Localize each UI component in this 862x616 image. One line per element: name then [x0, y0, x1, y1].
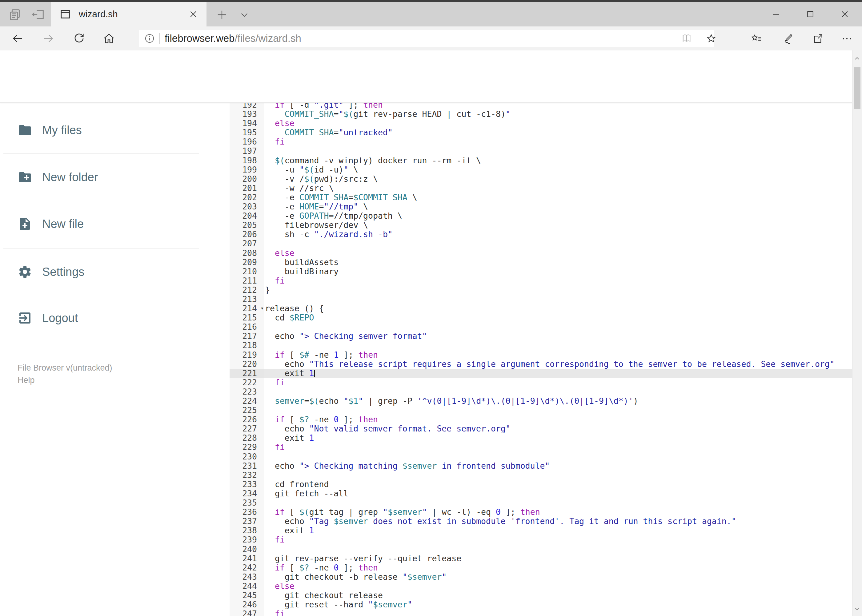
- home-button[interactable]: [102, 32, 115, 45]
- code-line[interactable]: 204 -e GOPATH=//tmp/gopath \: [230, 211, 852, 220]
- code-editor[interactable]: 192 if [ -d ".git" ]; then193 COMMIT_SHA…: [230, 103, 852, 616]
- code-line[interactable]: 211 fi: [230, 276, 852, 285]
- code-line[interactable]: 206 sh -c "./wizard.sh -b": [230, 230, 852, 239]
- code-line[interactable]: 215 cd $REPO: [230, 313, 852, 322]
- code-line[interactable]: 233 cd frontend: [230, 480, 852, 489]
- code-line[interactable]: 240: [230, 545, 852, 554]
- code-line[interactable]: 196 fi: [230, 137, 852, 146]
- code-line[interactable]: 207: [230, 239, 852, 248]
- tabs-preview-icon[interactable]: [8, 7, 22, 22]
- code-line[interactable]: 193 COMMIT_SHA="$(git rev-parse HEAD | c…: [230, 110, 852, 119]
- code-line[interactable]: 221 exit 1: [230, 369, 852, 378]
- scroll-up-button[interactable]: [853, 55, 861, 62]
- code-line[interactable]: 197: [230, 146, 852, 156]
- code-line[interactable]: 237 echo "Tag $semver does not exist in …: [230, 517, 852, 526]
- back-button[interactable]: [11, 32, 24, 45]
- code-line[interactable]: 226 if [ $? -ne 0 ]; then: [230, 415, 852, 424]
- sidebar-item-label: New file: [42, 217, 84, 231]
- line-number: 221: [230, 369, 264, 378]
- code-line[interactable]: 217 echo "> Checking semver format": [230, 332, 852, 341]
- tab-close-icon[interactable]: [188, 9, 199, 19]
- code-line[interactable]: 235: [230, 498, 852, 508]
- code-line[interactable]: 236 if [ $(git tag | grep "$semver" | wc…: [230, 508, 852, 517]
- code-line[interactable]: 199 -u "$(id -u)" \: [230, 165, 852, 174]
- code-line[interactable]: 209 buildAssets: [230, 258, 852, 267]
- sidebar-item-settings[interactable]: Settings: [0, 258, 203, 286]
- line-number: 235: [230, 498, 264, 508]
- code-line[interactable]: 225: [230, 405, 852, 415]
- tab-list-chevron-icon[interactable]: [239, 10, 250, 20]
- line-number: 196: [230, 137, 264, 146]
- code-line[interactable]: 210 buildBinary: [230, 267, 852, 276]
- code-line[interactable]: 241 git rev-parse --verify --quiet relea…: [230, 554, 852, 563]
- code-line[interactable]: 201 -w //src \: [230, 184, 852, 193]
- gear-icon: [17, 264, 32, 279]
- code-line[interactable]: 214▾release () {: [230, 304, 852, 313]
- web-notes-pen-icon[interactable]: [781, 33, 792, 44]
- code-line[interactable]: 243 git checkout -b release "$semver": [230, 572, 852, 581]
- site-info-icon[interactable]: [144, 33, 155, 44]
- sidebar-item-logout[interactable]: Logout: [0, 304, 203, 332]
- sidebar-item-my-files[interactable]: My files: [0, 116, 203, 144]
- code-line[interactable]: 202 -e COMMIT_SHA=$COMMIT_SHA \: [230, 193, 852, 202]
- help-link[interactable]: Help: [17, 376, 35, 385]
- code-line[interactable]: 227 echo "Not valid semver format. See s…: [230, 424, 852, 433]
- code-line[interactable]: 242 if [ $? -ne 0 ]; then: [230, 563, 852, 572]
- vertical-scrollbar[interactable]: [852, 50, 862, 616]
- code-line[interactable]: 200 -v /$(pwd):/src:z \: [230, 174, 852, 184]
- code-line[interactable]: 203 -e HOME="//tmp" \: [230, 202, 852, 211]
- browser-tab[interactable]: wizard.sh: [51, 2, 206, 27]
- code-line[interactable]: 192 if [ -d ".git" ]; then: [230, 103, 852, 110]
- minimize-button[interactable]: [765, 4, 787, 24]
- code-line[interactable]: 194 else: [230, 119, 852, 128]
- code-line[interactable]: 229 fi: [230, 443, 852, 452]
- code-line[interactable]: 195 COMMIT_SHA="untracked": [230, 128, 852, 137]
- new-tab-button[interactable]: [216, 9, 228, 21]
- code-line[interactable]: 244 else: [230, 581, 852, 591]
- code-line[interactable]: 216: [230, 322, 852, 332]
- line-number: 213: [230, 295, 264, 304]
- forward-button[interactable]: [42, 32, 55, 45]
- code-line[interactable]: 231 echo "> Checking matching $semver in…: [230, 461, 852, 470]
- code-line[interactable]: 213: [230, 295, 852, 304]
- code-line[interactable]: 238 exit 1: [230, 526, 852, 535]
- code-line[interactable]: 198 $(command -v winpty) docker run --rm…: [230, 156, 852, 165]
- code-line[interactable]: 205 filebrowser/dev \: [230, 220, 852, 230]
- reading-view-icon[interactable]: [681, 33, 692, 44]
- refresh-button[interactable]: [72, 32, 85, 45]
- url-field[interactable]: filebrowser.web /files/wizard.sh: [139, 30, 714, 47]
- code-line[interactable]: 230: [230, 452, 852, 461]
- code-line[interactable]: 223: [230, 387, 852, 396]
- code-line[interactable]: 219 if [ $# -ne 1 ]; then: [230, 350, 852, 360]
- indent-guide: [275, 369, 275, 378]
- code-line[interactable]: 212}: [230, 285, 852, 295]
- line-number: 246: [230, 600, 264, 609]
- more-options-icon[interactable]: [841, 33, 852, 44]
- hub-favorites-icon[interactable]: [750, 33, 761, 44]
- favorites-star-icon[interactable]: [706, 33, 717, 44]
- scrollbar-thumb[interactable]: [854, 68, 860, 109]
- code-line[interactable]: 245 git checkout release: [230, 591, 852, 600]
- set-tabs-aside-icon[interactable]: [31, 7, 45, 22]
- code-line[interactable]: 224 semver=$(echo "$1" | grep -P '^v(0|[…: [230, 396, 852, 405]
- line-number: 218: [230, 341, 264, 350]
- code-line[interactable]: 218: [230, 341, 852, 350]
- line-number: 210: [230, 267, 264, 276]
- scroll-down-button[interactable]: [853, 605, 861, 613]
- code-line[interactable]: 208 else: [230, 248, 852, 258]
- maximize-button[interactable]: [799, 4, 821, 24]
- share-page-icon[interactable]: [812, 33, 823, 44]
- code-line[interactable]: 222 fi: [230, 378, 852, 387]
- line-number: 224: [230, 396, 264, 405]
- code-line[interactable]: 228 exit 1: [230, 433, 852, 443]
- sidebar-item-new-file[interactable]: New file: [0, 210, 203, 238]
- code-line[interactable]: 220 echo "This release script requires a…: [230, 360, 852, 369]
- code-line[interactable]: 234 git fetch --all: [230, 489, 852, 498]
- code-line[interactable]: 247 fi: [230, 609, 852, 616]
- fold-marker-icon[interactable]: ▾: [261, 303, 264, 313]
- code-line[interactable]: 232: [230, 470, 852, 480]
- code-line[interactable]: 246 git reset --hard "$semver": [230, 600, 852, 609]
- close-button[interactable]: [834, 4, 856, 24]
- sidebar-item-new-folder[interactable]: New folder: [0, 163, 203, 191]
- code-line[interactable]: 239 fi: [230, 535, 852, 544]
